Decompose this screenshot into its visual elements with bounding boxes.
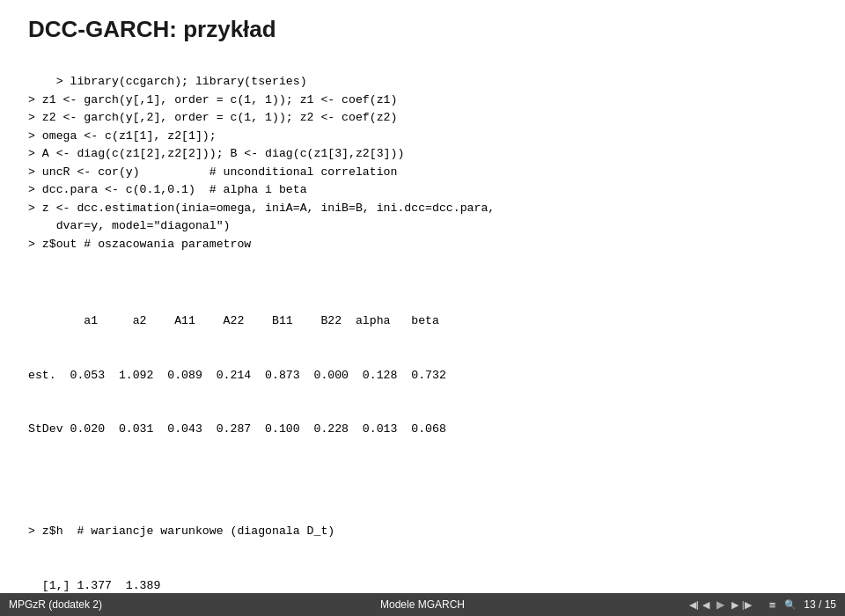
search-icon[interactable]: 🔍 (784, 599, 797, 611)
main-content: DCC-GARCH: przykład > library(ccgarch); … (0, 0, 845, 593)
variance-row-1: [1,] 1.377 1.389 (28, 577, 817, 593)
page-title: DCC-GARCH: przykład (28, 16, 817, 43)
code-line-10: > z$out # oszacowania parametrow (28, 238, 251, 251)
table-header: a1 a2 A11 A22 B11 B22 alpha beta (28, 312, 817, 330)
omega-icon: ≡ (769, 598, 776, 612)
bottom-bar-left: MPGzR (dodatek 2) (9, 598, 284, 611)
bottom-left-label: MPGzR (dodatek 2) (9, 598, 102, 611)
bottom-bar-center: Modele MGARCH (284, 598, 560, 611)
code-line-3: > z2 <- garch(y[,2], order = c(1, 1)); z… (28, 111, 397, 124)
nav-next-icon[interactable]: ▶ (731, 599, 738, 611)
bottom-bar: MPGzR (dodatek 2) Modele MGARCH ◀| ◀ ▶ ▶… (0, 593, 845, 616)
code-line-5: > A <- diag(c(z1[2],z2[2])); B <- diag(c… (28, 147, 404, 160)
page-number: 13 / 15 (804, 598, 836, 611)
parameter-table: a1 a2 A11 A22 B11 B22 alpha beta est. 0.… (28, 276, 817, 474)
code-line-8: > z <- dcc.estimation(inia=omega, iniA=A… (28, 202, 495, 215)
code-line-7: > dcc.para <- c(0.1,0.1) # alpha i beta (28, 183, 307, 196)
code-line-2: > z1 <- garch(y[,1], order = c(1, 1)); z… (28, 93, 397, 106)
table-est-row: est. 0.053 1.092 0.089 0.214 0.873 0.000… (28, 367, 817, 385)
nav-divider: ▶ (716, 598, 724, 611)
bottom-center-label: Modele MGARCH (380, 598, 465, 611)
code-line-4: > omega <- c(z1[1], z2[1]); (28, 129, 217, 143)
nav-prev-icon[interactable]: ◀ (702, 599, 709, 611)
code-line-1: > library(ccgarch); library(tseries) (56, 75, 307, 88)
code-block: > library(ccgarch); library(tseries) > z… (28, 55, 817, 271)
nav-icons[interactable]: ◀| ◀ ▶ ▶ |▶ (689, 598, 752, 611)
bottom-bar-right: ◀| ◀ ▶ ▶ |▶ ≡ 🔍 13 / 15 (561, 598, 836, 612)
variance-section: > z$h # wariancje warunkowe (diagonala D… (28, 480, 817, 593)
code-line-9: dvar=y, model="diagonal") (28, 219, 231, 232)
variance-cmd: > z$h # wariancje warunkowe (diagonala D… (28, 523, 817, 540)
nav-last-icon[interactable]: |▶ (742, 599, 752, 611)
code-line-6: > uncR <- cor(y) # unconditional correla… (28, 165, 397, 179)
table-stdev-row: StDev 0.020 0.031 0.043 0.287 0.100 0.22… (28, 421, 817, 438)
nav-first-icon[interactable]: ◀| (689, 599, 699, 611)
